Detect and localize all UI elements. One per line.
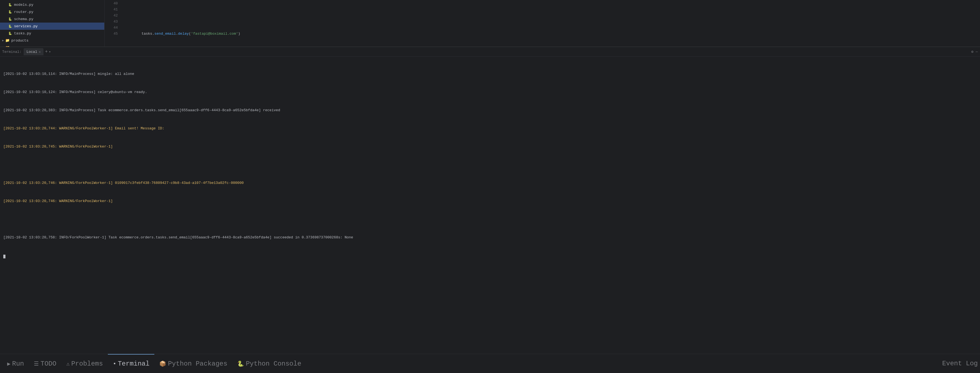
sidebar-label-tasks-py: tasks.py: [14, 31, 31, 35]
code-lines: tasks.send_email.delay('fastapi@boximail…: [121, 0, 980, 46]
terminal-tab-label: Local: [26, 50, 37, 54]
tab-terminal[interactable]: ▪ Terminal: [108, 354, 154, 373]
python-file-icon-tasks: 🐍: [8, 31, 13, 36]
python-file-icon-router: 🐍: [8, 10, 13, 14]
event-log-button[interactable]: Event Log: [942, 360, 978, 367]
terminal-add-button[interactable]: +: [45, 49, 48, 54]
tab-problems-label: Problems: [71, 360, 103, 368]
sidebar-label-services-py: services.py: [14, 24, 38, 28]
sidebar-item-schema-py[interactable]: 🐍 schema.py: [0, 16, 104, 22]
sidebar-item-models-py[interactable]: 🐍 models.py: [0, 1, 104, 8]
sidebar-item-products[interactable]: ▶ 📁 products: [0, 37, 104, 44]
terminal-icon: ▪: [113, 360, 116, 367]
log-line-9: [3, 216, 977, 222]
run-icon: ▶: [7, 360, 10, 367]
sidebar-label-products: products: [11, 38, 28, 43]
log-line-4: [2021-10-02 13:03:20,744: WARNING/ForkPo…: [3, 126, 977, 132]
tab-run-label: Run: [12, 360, 24, 368]
tab-python-console[interactable]: 🐍 Python Console: [232, 354, 306, 373]
log-line-2: [2021-10-02 13:03:10,124: INFO/MainProce…: [3, 89, 977, 95]
python-file-icon-services: 🐍: [8, 24, 13, 29]
code-editor: 40 41 42 43 44 45 tasks.send_email.delay…: [105, 0, 980, 46]
tab-todo-label: TODO: [40, 360, 56, 368]
log-line-8: [2021-10-02 13:03:20,746: WARNING/ForkPo…: [3, 198, 977, 204]
python-console-icon: 🐍: [237, 360, 244, 367]
folder-arrow-products: ▶: [2, 39, 4, 42]
event-log-label: Event Log: [942, 360, 978, 367]
tab-python-console-label: Python Console: [246, 360, 301, 368]
terminal-minimize-icon[interactable]: ─: [975, 50, 978, 54]
cursor-line: █: [3, 253, 977, 261]
terminal-settings-icon[interactable]: ⚙: [971, 49, 974, 54]
sidebar-item-router-py[interactable]: 🐍 router.py: [0, 8, 104, 16]
file-tree: 🐍 models.py 🐍 router.py 🐍 schema.py 🐍 se…: [0, 0, 105, 46]
todo-icon: ☰: [34, 360, 39, 367]
terminal-output[interactable]: [2021-10-02 13:03:10,114: INFO/MainProce…: [0, 57, 980, 354]
python-file-icon-schema: 🐍: [8, 16, 13, 21]
terminal-tab-local[interactable]: Local ✕: [24, 48, 43, 55]
terminal-chevron-icon[interactable]: ▾: [49, 50, 51, 54]
tab-python-packages[interactable]: 📦 Python Packages: [154, 354, 232, 373]
log-line-1: [2021-10-02 13:03:10,114: INFO/MainProce…: [3, 71, 977, 77]
tab-terminal-label: Terminal: [118, 360, 150, 368]
tab-run[interactable]: ▶ Run: [2, 354, 29, 373]
log-line-3: [2021-10-02 13:03:20,383: INFO/MainProce…: [3, 107, 977, 113]
log-line-7: [2021-10-02 13:03:20,746: WARNING/ForkPo…: [3, 180, 977, 186]
tab-python-packages-label: Python Packages: [168, 360, 227, 368]
terminal-label: Terminal:: [2, 50, 21, 54]
log-line-10: [2021-10-02 13:03:20,758: INFO/ForkPoolW…: [3, 234, 977, 241]
problems-icon: ⚠: [66, 360, 70, 367]
log-line-5: [2021-10-02 13:03:20,745: WARNING/ForkPo…: [3, 144, 977, 150]
log-line-6: [3, 162, 977, 168]
bottom-bar: ▶ Run ☰ TODO ⚠ Problems ▪ Terminal 📦 Pyt…: [0, 354, 980, 373]
python-packages-icon: 📦: [159, 360, 166, 367]
folder-icon-products: 📁: [5, 38, 10, 43]
sidebar-item-tasks-py[interactable]: 🐍 tasks.py: [0, 30, 104, 37]
sidebar-label-router-py: router.py: [14, 10, 33, 14]
line-numbers: 40 41 42 43 44 45: [105, 0, 121, 46]
terminal-header: Terminal: Local ✕ + ▾ ⚙ ─: [0, 47, 980, 57]
sidebar-label-models-py: models.py: [14, 3, 33, 7]
tab-todo[interactable]: ☰ TODO: [29, 354, 61, 373]
tab-problems[interactable]: ⚠ Problems: [61, 354, 108, 373]
terminal-tab-close[interactable]: ✕: [39, 50, 41, 54]
terminal-area: Terminal: Local ✕ + ▾ ⚙ ─ [2021-10-02 13…: [0, 47, 980, 354]
sidebar-item-services-py[interactable]: 🐍 services.py: [0, 22, 104, 30]
python-file-icon: 🐍: [8, 2, 13, 7]
sidebar-label-schema-py: schema.py: [14, 17, 33, 21]
